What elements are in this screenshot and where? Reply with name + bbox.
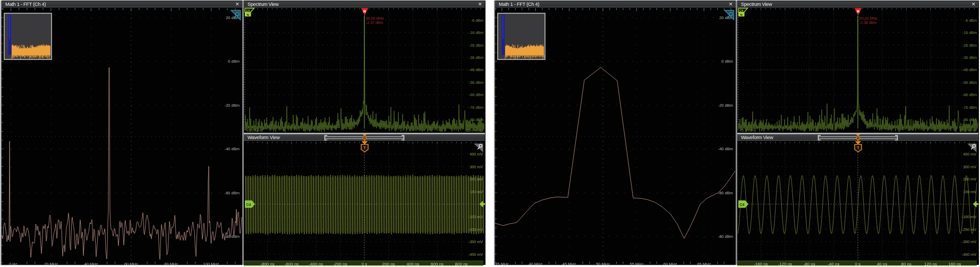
svg-text:50.00 MHz: 50.00 MHz bbox=[859, 16, 877, 20]
svg-text:400 mV: 400 mV bbox=[470, 152, 483, 157]
svg-text:-36 dBm: -36 dBm bbox=[962, 55, 977, 60]
svg-text:C4: C4 bbox=[739, 9, 744, 12]
svg-text:-60 dBm: -60 dBm bbox=[225, 191, 240, 195]
svg-text:-46 dBm: -46 dBm bbox=[469, 67, 483, 72]
svg-text:-2.37 dBm: -2.37 dBm bbox=[366, 21, 383, 24]
svg-text:N: N bbox=[247, 13, 249, 16]
svg-text:-300 mV: -300 mV bbox=[962, 239, 976, 244]
svg-text:-80 dBm: -80 dBm bbox=[225, 234, 240, 239]
svg-text:0 dBm: 0 dBm bbox=[228, 59, 240, 64]
svg-text:-6 dBm: -6 dBm bbox=[471, 18, 483, 23]
svg-text:-26 dBm: -26 dBm bbox=[469, 43, 483, 48]
svg-text:-56 dBm: -56 dBm bbox=[469, 80, 483, 85]
svg-text:50.00 MHz: 50.00 MHz bbox=[366, 16, 384, 20]
svg-text:C4: C4 bbox=[246, 203, 251, 206]
svg-text:T: T bbox=[857, 145, 859, 150]
svg-text:-16 dBm: -16 dBm bbox=[469, 30, 483, 35]
svg-text:T: T bbox=[363, 145, 366, 150]
svg-text:-46 dBm: -46 dBm bbox=[962, 67, 977, 72]
svg-text:-200 mV: -200 mV bbox=[962, 227, 976, 232]
svg-text:R: R bbox=[857, 10, 859, 13]
svg-text:200 mV: 200 mV bbox=[470, 177, 483, 182]
svg-text:-60 dBm: -60 dBm bbox=[718, 191, 733, 195]
svg-text:300 mV: 300 mV bbox=[963, 165, 976, 169]
svg-text:-100 mV: -100 mV bbox=[962, 214, 976, 219]
svg-text:-86 dBm: -86 dBm bbox=[469, 117, 483, 122]
svg-text:-200 mV: -200 mV bbox=[468, 227, 483, 232]
svg-text:-2.38 dBm: -2.38 dBm bbox=[859, 21, 876, 24]
svg-text:-86 dBm: -86 dBm bbox=[962, 117, 977, 122]
svg-text:45.0 MHz: 45.0 MHz bbox=[246, 128, 263, 133]
svg-text:-300 mV: -300 mV bbox=[468, 239, 483, 244]
svg-text:-20 dBm: -20 dBm bbox=[718, 103, 733, 108]
svg-text:-80 dBm: -80 dBm bbox=[718, 234, 733, 239]
svg-text:-400 mV: -400 mV bbox=[468, 252, 483, 257]
svg-text:-40 dBm: -40 dBm bbox=[718, 147, 733, 151]
svg-text:-36 dBm: -36 dBm bbox=[469, 55, 483, 60]
svg-text:-66 dBm: -66 dBm bbox=[962, 92, 977, 97]
svg-text:-20 dBm: -20 dBm bbox=[225, 103, 240, 108]
svg-text:-66 dBm: -66 dBm bbox=[469, 92, 483, 97]
svg-text:100 mV: 100 mV bbox=[963, 190, 976, 194]
svg-text:N: N bbox=[740, 13, 743, 16]
svg-text:-40 dBm: -40 dBm bbox=[225, 147, 240, 151]
svg-text:-100 mV: -100 mV bbox=[468, 214, 483, 219]
svg-text:-76 dBm: -76 dBm bbox=[962, 105, 977, 110]
svg-text:100 mV: 100 mV bbox=[470, 190, 483, 194]
svg-text:55.0 MHz: 55.0 MHz bbox=[959, 128, 976, 133]
svg-text:T: T bbox=[857, 137, 859, 140]
svg-text:-6 dBm: -6 dBm bbox=[965, 18, 977, 23]
svg-text:-76 dBm: -76 dBm bbox=[469, 105, 483, 110]
svg-text:55.0 MHz: 55.0 MHz bbox=[466, 128, 483, 133]
svg-text:C4: C4 bbox=[246, 9, 250, 12]
svg-text:300 mV: 300 mV bbox=[470, 165, 483, 169]
svg-text:-400 mV: -400 mV bbox=[962, 252, 976, 257]
svg-text:200 mV: 200 mV bbox=[963, 177, 976, 182]
svg-text:T: T bbox=[364, 137, 366, 140]
svg-text:-16 dBm: -16 dBm bbox=[962, 30, 977, 35]
svg-text:-56 dBm: -56 dBm bbox=[962, 80, 977, 85]
svg-text:-26 dBm: -26 dBm bbox=[962, 43, 977, 48]
svg-text:45.0 MHz: 45.0 MHz bbox=[739, 128, 756, 133]
svg-text:R: R bbox=[363, 10, 366, 13]
svg-text:0 dBm: 0 dBm bbox=[721, 59, 733, 64]
svg-text:C4: C4 bbox=[740, 203, 745, 206]
svg-text:400 mV: 400 mV bbox=[963, 152, 976, 157]
